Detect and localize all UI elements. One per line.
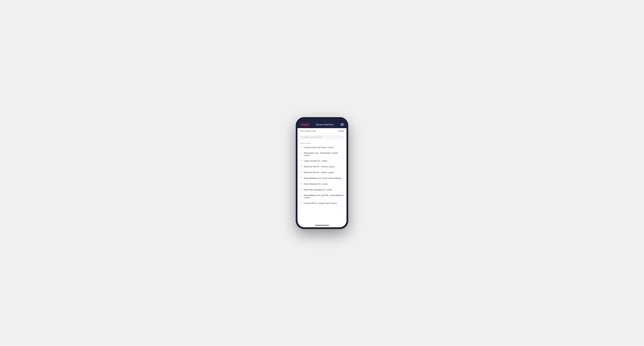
- svg-point-4: [301, 160, 301, 161]
- search-input-wrapper: [300, 135, 344, 139]
- course-name: Coombe Hill GC, Kingston upon Thames: [304, 202, 337, 204]
- location-pin-icon: [300, 195, 302, 198]
- course-name: London Scottish GC, London: [304, 160, 328, 162]
- hamburger-menu-icon[interactable]: [340, 123, 344, 126]
- location-pin-icon: [300, 153, 302, 156]
- main-content: Find a Golf Course Cancel Nearby: [298, 128, 346, 227]
- location-pin-icon: [300, 177, 302, 180]
- svg-point-11: [301, 202, 301, 203]
- svg-point-6: [301, 172, 301, 172]
- svg-line-1: [303, 137, 303, 138]
- list-item[interactable]: Dukes Meadows GC, London: [298, 181, 346, 187]
- location-pin-icon: [300, 183, 302, 185]
- svg-point-2: [301, 147, 301, 147]
- svg-point-8: [301, 183, 301, 183]
- location-pin-icon: [300, 202, 302, 205]
- location-pin-icon: [300, 160, 302, 163]
- home-indicator: [298, 223, 346, 227]
- app-logo: clippd: [300, 123, 309, 126]
- status-bar: [298, 119, 346, 121]
- find-golf-course-title: Find a Golf Course: [300, 130, 316, 132]
- search-icon: [301, 136, 303, 138]
- location-pin-icon: [300, 188, 302, 191]
- list-item[interactable]: Coombe Hill GC, Kingston upon Thames: [298, 200, 346, 206]
- list-item[interactable]: London Scottish GC, London: [298, 158, 346, 164]
- nav-bar: clippd Recent Searches: [298, 121, 346, 128]
- list-item[interactable]: Central London Golf Centre, London: [298, 145, 346, 151]
- svg-point-3: [301, 153, 301, 154]
- svg-point-5: [301, 166, 301, 166]
- cancel-button[interactable]: Cancel: [338, 130, 344, 132]
- list-item[interactable]: Richmond Park GC - Prince's, Surrey: [298, 164, 346, 170]
- svg-point-7: [301, 177, 301, 178]
- list-item[interactable]: Royal Wimbledon GC, Great London Authori…: [298, 175, 346, 181]
- phone-screen: clippd Recent Searches Find a Golf Cours…: [298, 119, 346, 227]
- find-golf-course-header: Find a Golf Course Cancel: [298, 128, 346, 134]
- course-name: Richmond Park GC - Duke's, London: [304, 171, 334, 174]
- list-item[interactable]: Richmond Park GC - Duke's, London: [298, 170, 346, 175]
- location-pin-icon: [300, 146, 302, 149]
- nav-title: Recent Searches: [316, 123, 334, 126]
- nearby-courses-label: Nearby courses: [298, 141, 346, 145]
- course-name: Royal Wimbledon GC, Great London Authori…: [304, 177, 342, 179]
- course-name: Dukes Meadows GC, London: [304, 183, 328, 185]
- course-name: Brent Valley Municipal GC, London: [304, 189, 332, 191]
- location-pin-icon: [300, 166, 302, 168]
- course-name: Central London Golf Centre, London: [304, 146, 334, 149]
- course-name: North Middlesex GC (1011942 - North Midd…: [304, 194, 344, 199]
- list-item[interactable]: Roehampton Club - Roehampton, Greater Lo…: [298, 151, 346, 158]
- svg-point-9: [301, 189, 301, 189]
- list-item[interactable]: North Middlesex GC (1011942 - North Midd…: [298, 193, 346, 200]
- home-indicator-bar: [315, 225, 329, 225]
- list-item[interactable]: Brent Valley Municipal GC, London: [298, 187, 346, 193]
- search-container: [298, 134, 346, 141]
- course-list: Central London Golf Centre, London Roeha…: [298, 145, 346, 206]
- svg-point-10: [301, 196, 301, 196]
- search-input[interactable]: [304, 136, 343, 138]
- phone-device: clippd Recent Searches Find a Golf Cours…: [296, 117, 348, 229]
- nearby-courses-section: Nearby courses Central London Golf Centr…: [298, 141, 346, 223]
- course-name: Roehampton Club - Roehampton, Greater Lo…: [304, 152, 344, 157]
- location-pin-icon: [300, 171, 302, 174]
- course-name: Richmond Park GC - Prince's, Surrey: [304, 166, 334, 168]
